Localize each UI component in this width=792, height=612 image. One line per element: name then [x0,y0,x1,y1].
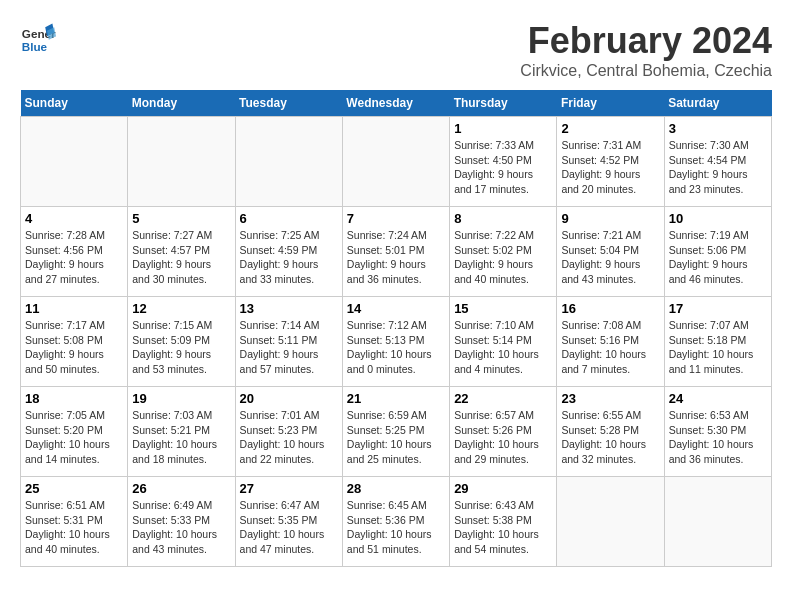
calendar-cell: 6Sunrise: 7:25 AMSunset: 4:59 PMDaylight… [235,207,342,297]
day-number: 29 [454,481,552,496]
calendar-cell: 9Sunrise: 7:21 AMSunset: 5:04 PMDaylight… [557,207,664,297]
day-number: 25 [25,481,123,496]
day-info: Sunrise: 6:45 AMSunset: 5:36 PMDaylight:… [347,498,445,557]
day-info: Sunrise: 7:25 AMSunset: 4:59 PMDaylight:… [240,228,338,287]
calendar-cell: 10Sunrise: 7:19 AMSunset: 5:06 PMDayligh… [664,207,771,297]
calendar-cell: 15Sunrise: 7:10 AMSunset: 5:14 PMDayligh… [450,297,557,387]
calendar-week-row: 25Sunrise: 6:51 AMSunset: 5:31 PMDayligh… [21,477,772,567]
day-number: 8 [454,211,552,226]
calendar-cell: 26Sunrise: 6:49 AMSunset: 5:33 PMDayligh… [128,477,235,567]
day-number: 23 [561,391,659,406]
day-info: Sunrise: 7:10 AMSunset: 5:14 PMDaylight:… [454,318,552,377]
calendar-cell: 13Sunrise: 7:14 AMSunset: 5:11 PMDayligh… [235,297,342,387]
calendar-week-row: 4Sunrise: 7:28 AMSunset: 4:56 PMDaylight… [21,207,772,297]
calendar-cell: 14Sunrise: 7:12 AMSunset: 5:13 PMDayligh… [342,297,449,387]
day-number: 26 [132,481,230,496]
calendar-cell: 20Sunrise: 7:01 AMSunset: 5:23 PMDayligh… [235,387,342,477]
day-info: Sunrise: 6:53 AMSunset: 5:30 PMDaylight:… [669,408,767,467]
day-number: 4 [25,211,123,226]
day-number: 18 [25,391,123,406]
day-number: 20 [240,391,338,406]
calendar-cell: 8Sunrise: 7:22 AMSunset: 5:02 PMDaylight… [450,207,557,297]
calendar-cell: 24Sunrise: 6:53 AMSunset: 5:30 PMDayligh… [664,387,771,477]
calendar-cell: 27Sunrise: 6:47 AMSunset: 5:35 PMDayligh… [235,477,342,567]
weekday-header-tuesday: Tuesday [235,90,342,117]
day-info: Sunrise: 7:08 AMSunset: 5:16 PMDaylight:… [561,318,659,377]
day-number: 2 [561,121,659,136]
day-number: 12 [132,301,230,316]
weekday-header-wednesday: Wednesday [342,90,449,117]
day-info: Sunrise: 7:24 AMSunset: 5:01 PMDaylight:… [347,228,445,287]
weekday-header-saturday: Saturday [664,90,771,117]
day-info: Sunrise: 6:51 AMSunset: 5:31 PMDaylight:… [25,498,123,557]
day-info: Sunrise: 6:43 AMSunset: 5:38 PMDaylight:… [454,498,552,557]
day-number: 28 [347,481,445,496]
day-number: 5 [132,211,230,226]
day-info: Sunrise: 7:31 AMSunset: 4:52 PMDaylight:… [561,138,659,197]
weekday-header-friday: Friday [557,90,664,117]
day-info: Sunrise: 7:33 AMSunset: 4:50 PMDaylight:… [454,138,552,197]
calendar-cell: 11Sunrise: 7:17 AMSunset: 5:08 PMDayligh… [21,297,128,387]
calendar-week-row: 1Sunrise: 7:33 AMSunset: 4:50 PMDaylight… [21,117,772,207]
day-info: Sunrise: 7:05 AMSunset: 5:20 PMDaylight:… [25,408,123,467]
day-number: 13 [240,301,338,316]
svg-text:Blue: Blue [22,40,48,53]
calendar-cell: 17Sunrise: 7:07 AMSunset: 5:18 PMDayligh… [664,297,771,387]
calendar-week-row: 18Sunrise: 7:05 AMSunset: 5:20 PMDayligh… [21,387,772,477]
calendar-cell: 16Sunrise: 7:08 AMSunset: 5:16 PMDayligh… [557,297,664,387]
day-info: Sunrise: 6:55 AMSunset: 5:28 PMDaylight:… [561,408,659,467]
day-info: Sunrise: 7:22 AMSunset: 5:02 PMDaylight:… [454,228,552,287]
weekday-header-sunday: Sunday [21,90,128,117]
logo: General Blue [20,20,56,56]
logo-icon: General Blue [20,20,56,56]
page-title: February 2024 [520,20,772,62]
day-info: Sunrise: 6:49 AMSunset: 5:33 PMDaylight:… [132,498,230,557]
calendar-cell: 4Sunrise: 7:28 AMSunset: 4:56 PMDaylight… [21,207,128,297]
calendar-cell [128,117,235,207]
calendar-cell: 12Sunrise: 7:15 AMSunset: 5:09 PMDayligh… [128,297,235,387]
day-number: 7 [347,211,445,226]
day-number: 27 [240,481,338,496]
calendar-cell: 3Sunrise: 7:30 AMSunset: 4:54 PMDaylight… [664,117,771,207]
calendar-cell: 22Sunrise: 6:57 AMSunset: 5:26 PMDayligh… [450,387,557,477]
page-subtitle: Cirkvice, Central Bohemia, Czechia [520,62,772,80]
title-area: February 2024 Cirkvice, Central Bohemia,… [520,20,772,80]
day-number: 10 [669,211,767,226]
day-info: Sunrise: 6:59 AMSunset: 5:25 PMDaylight:… [347,408,445,467]
day-info: Sunrise: 7:19 AMSunset: 5:06 PMDaylight:… [669,228,767,287]
day-number: 22 [454,391,552,406]
day-number: 21 [347,391,445,406]
day-info: Sunrise: 7:27 AMSunset: 4:57 PMDaylight:… [132,228,230,287]
day-number: 24 [669,391,767,406]
day-number: 16 [561,301,659,316]
calendar-cell [21,117,128,207]
day-info: Sunrise: 7:21 AMSunset: 5:04 PMDaylight:… [561,228,659,287]
day-info: Sunrise: 7:01 AMSunset: 5:23 PMDaylight:… [240,408,338,467]
day-number: 17 [669,301,767,316]
day-info: Sunrise: 7:28 AMSunset: 4:56 PMDaylight:… [25,228,123,287]
calendar-cell: 23Sunrise: 6:55 AMSunset: 5:28 PMDayligh… [557,387,664,477]
day-info: Sunrise: 7:30 AMSunset: 4:54 PMDaylight:… [669,138,767,197]
calendar-cell: 21Sunrise: 6:59 AMSunset: 5:25 PMDayligh… [342,387,449,477]
day-number: 14 [347,301,445,316]
day-info: Sunrise: 7:03 AMSunset: 5:21 PMDaylight:… [132,408,230,467]
day-info: Sunrise: 6:47 AMSunset: 5:35 PMDaylight:… [240,498,338,557]
day-info: Sunrise: 7:14 AMSunset: 5:11 PMDaylight:… [240,318,338,377]
calendar-cell: 1Sunrise: 7:33 AMSunset: 4:50 PMDaylight… [450,117,557,207]
calendar-cell [342,117,449,207]
header: General Blue February 2024 Cirkvice, Cen… [20,20,772,80]
day-info: Sunrise: 6:57 AMSunset: 5:26 PMDaylight:… [454,408,552,467]
calendar-cell: 5Sunrise: 7:27 AMSunset: 4:57 PMDaylight… [128,207,235,297]
calendar-cell: 19Sunrise: 7:03 AMSunset: 5:21 PMDayligh… [128,387,235,477]
calendar-cell [557,477,664,567]
calendar-cell: 7Sunrise: 7:24 AMSunset: 5:01 PMDaylight… [342,207,449,297]
day-number: 1 [454,121,552,136]
day-info: Sunrise: 7:07 AMSunset: 5:18 PMDaylight:… [669,318,767,377]
calendar-cell [664,477,771,567]
day-info: Sunrise: 7:17 AMSunset: 5:08 PMDaylight:… [25,318,123,377]
calendar-cell: 29Sunrise: 6:43 AMSunset: 5:38 PMDayligh… [450,477,557,567]
calendar-cell: 2Sunrise: 7:31 AMSunset: 4:52 PMDaylight… [557,117,664,207]
calendar-cell: 18Sunrise: 7:05 AMSunset: 5:20 PMDayligh… [21,387,128,477]
weekday-header-row: SundayMondayTuesdayWednesdayThursdayFrid… [21,90,772,117]
calendar-table: SundayMondayTuesdayWednesdayThursdayFrid… [20,90,772,567]
